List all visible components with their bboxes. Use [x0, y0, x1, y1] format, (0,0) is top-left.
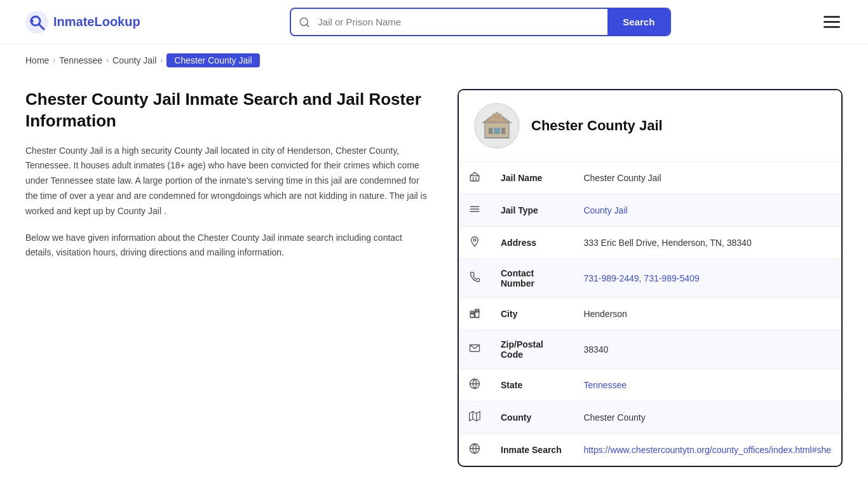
- row-value: Chester County Jail: [573, 162, 841, 194]
- row-label: Address: [491, 227, 573, 259]
- table-row: Jail Name Chester County Jail: [459, 162, 841, 194]
- svg-rect-7: [489, 128, 492, 134]
- breadcrumb-sep-2: ›: [106, 56, 109, 65]
- search-button[interactable]: Search: [607, 9, 670, 35]
- search-input[interactable]: [318, 10, 607, 34]
- row-value: Tennessee: [573, 369, 841, 402]
- page-title: Chester County Jail Inmate Search and Ja…: [25, 89, 432, 132]
- field-value: 333 Eric Bell Drive, Henderson, TN, 3834…: [583, 238, 751, 248]
- row-value: Henderson: [573, 298, 841, 330]
- table-row: Address 333 Eric Bell Drive, Henderson, …: [459, 227, 841, 259]
- header: InmateLookup Search: [0, 0, 868, 44]
- row-icon: [459, 162, 491, 194]
- logo-icon: [25, 11, 48, 34]
- table-row: City Henderson: [459, 298, 841, 330]
- field-value: Chester County Jail: [583, 173, 661, 183]
- row-icon: [459, 259, 491, 298]
- row-value: 731-989-2449, 731-989-5409: [573, 259, 841, 298]
- field-link[interactable]: Tennessee: [583, 380, 627, 390]
- breadcrumb-active: Chester County Jail: [166, 53, 259, 67]
- logo-link[interactable]: InmateLookup: [25, 11, 140, 34]
- table-row: Zip/Postal Code 38340: [459, 330, 841, 369]
- hamburger-menu[interactable]: [821, 13, 843, 30]
- breadcrumb-home[interactable]: Home: [25, 55, 49, 65]
- row-icon: [459, 298, 491, 330]
- row-label: State: [491, 369, 573, 402]
- table-row: County Chester County: [459, 402, 841, 434]
- row-value: https://www.chestercountytn.org/county_o…: [573, 434, 841, 466]
- svg-rect-13: [470, 176, 479, 181]
- svg-point-3: [31, 19, 34, 22]
- hamburger-line-1: [824, 16, 840, 18]
- svg-rect-24: [473, 313, 475, 314]
- table-row: Inmate Search https://www.chestercountyt…: [459, 434, 841, 466]
- breadcrumb-tennessee[interactable]: Tennessee: [59, 55, 102, 65]
- page-description-2: Below we have given information about th…: [25, 231, 432, 261]
- row-icon: [459, 434, 491, 466]
- breadcrumb-sep-1: ›: [53, 56, 55, 65]
- card-title: Chester County Jail: [531, 118, 663, 134]
- breadcrumb: Home › Tennessee › County Jail › Chester…: [0, 44, 868, 76]
- svg-point-0: [25, 11, 48, 34]
- row-label: Inmate Search: [491, 434, 573, 466]
- jail-info-card: Chester County Jail Jail Name Chester Co…: [458, 89, 843, 467]
- row-value: 333 Eric Bell Drive, Henderson, TN, 3834…: [573, 227, 841, 259]
- svg-rect-25: [476, 311, 477, 312]
- table-row: State Tennessee: [459, 369, 841, 402]
- row-label: Zip/Postal Code: [491, 330, 573, 369]
- row-icon: [459, 402, 491, 434]
- row-icon: [459, 194, 491, 227]
- hamburger-line-2: [824, 21, 840, 23]
- svg-rect-23: [471, 313, 473, 314]
- row-icon: [459, 227, 491, 259]
- search-bar: Search: [290, 8, 671, 36]
- building-icon: [480, 109, 514, 143]
- field-value: Henderson: [583, 309, 627, 319]
- main-content: Chester County Jail Inmate Search and Ja…: [0, 76, 868, 488]
- hamburger-line-3: [824, 26, 840, 28]
- table-row: Contact Number 731-989-2449, 731-989-540…: [459, 259, 841, 298]
- row-value: County Jail: [573, 194, 841, 227]
- svg-point-19: [473, 239, 476, 241]
- row-icon: [459, 369, 491, 402]
- jail-image: [474, 103, 520, 149]
- svg-rect-8: [501, 128, 505, 134]
- row-label: County: [491, 402, 573, 434]
- row-label: Contact Number: [491, 259, 573, 298]
- logo-text: InmateLookup: [53, 15, 140, 29]
- row-icon: [459, 330, 491, 369]
- svg-marker-30: [470, 412, 480, 421]
- page-description: Chester County Jail is a high security C…: [25, 144, 432, 219]
- svg-line-5: [307, 24, 309, 26]
- left-column: Chester County Jail Inmate Search and Ja…: [25, 89, 432, 261]
- field-link[interactable]: County Jail: [583, 205, 627, 215]
- svg-rect-26: [478, 311, 479, 312]
- inmate-search-link[interactable]: https://www.chestercountytn.org/county_o…: [583, 445, 831, 455]
- svg-rect-9: [494, 128, 500, 134]
- row-label: City: [491, 298, 573, 330]
- info-table: Jail Name Chester County Jail Jail Type …: [459, 162, 841, 466]
- row-label: Jail Type: [491, 194, 573, 227]
- search-icon: [291, 17, 318, 28]
- row-label: Jail Name: [491, 162, 573, 194]
- field-value: Chester County: [583, 412, 645, 423]
- row-value: Chester County: [573, 402, 841, 434]
- field-value: 38340: [583, 344, 608, 355]
- table-row: Jail Type County Jail: [459, 194, 841, 227]
- breadcrumb-county-jail[interactable]: County Jail: [112, 55, 156, 65]
- row-value: 38340: [573, 330, 841, 369]
- breadcrumb-sep-3: ›: [160, 56, 163, 65]
- contact-number-link[interactable]: 731-989-2449, 731-989-5409: [583, 273, 699, 283]
- card-header: Chester County Jail: [459, 90, 841, 162]
